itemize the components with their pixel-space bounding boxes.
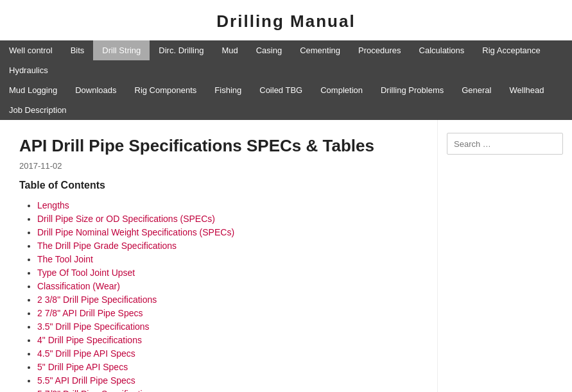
list-item: Type Of Tool Joint Upset [37, 268, 418, 278]
toc-link[interactable]: 2 3/8" Drill Pipe Specifications [37, 294, 157, 305]
nav-item-wellhead[interactable]: Wellhead [500, 80, 553, 100]
list-item: 4" Drill Pipe Specifications [37, 335, 418, 345]
nav-item-general[interactable]: General [453, 80, 500, 100]
nav-item-mud-logging[interactable]: Mud Logging [0, 80, 66, 100]
nav-item-calculations[interactable]: Calculations [410, 40, 474, 60]
sidebar: 🔍 [437, 120, 572, 392]
nav-item-coiled-tbg[interactable]: Coiled TBG [250, 80, 311, 100]
toc-link[interactable]: Lengths [37, 200, 69, 210]
list-item: The Drill Pipe Grade Specifications [37, 241, 418, 251]
list-item: Drill Pipe Nominal Weight Specifications… [37, 227, 418, 237]
toc-link[interactable]: 4.5" Drill Pipe API Specs [37, 348, 135, 359]
primary-nav: Well controlBitsDrill StringDirc. Drilli… [0, 40, 572, 80]
nav-item-rig-components[interactable]: Rig Components [126, 80, 206, 100]
list-item: 2 3/8" Drill Pipe Specifications [37, 294, 418, 305]
nav-item-downloads[interactable]: Downloads [66, 80, 125, 100]
list-item: Classification (Wear) [37, 281, 418, 291]
toc-link[interactable]: 2 7/8" API Drill Pipe Specs [37, 308, 143, 318]
nav-item-hydraulics[interactable]: Hydraulics [0, 60, 57, 80]
toc-link[interactable]: The Tool Joint [37, 254, 93, 264]
list-item: 5" Drill Pipe API Specs [37, 362, 418, 372]
post-date: 2017-11-02 [19, 161, 418, 171]
toc-link[interactable]: 5 7/8" Drill Pipe Specifications [37, 389, 157, 392]
nav-item-drill-string[interactable]: Drill String [93, 40, 150, 60]
list-item: 5.5" API Drill Pipe Specs [37, 375, 418, 386]
toc-link[interactable]: Classification (Wear) [37, 281, 120, 291]
toc-heading: Table of Contents [19, 180, 418, 191]
main-content: API Drill Pipe Specifications SPECs & Ta… [0, 120, 437, 392]
list-item: Lengths [37, 200, 418, 210]
toc-link[interactable]: Drill Pipe Nominal Weight Specifications… [37, 227, 234, 237]
nav-item-mud[interactable]: Mud [212, 40, 247, 60]
toc-link[interactable]: 5.5" API Drill Pipe Specs [37, 375, 135, 386]
list-item: 5 7/8" Drill Pipe Specifications [37, 389, 418, 392]
toc-link[interactable]: 4" Drill Pipe Specifications [37, 335, 142, 345]
search-input[interactable] [447, 135, 563, 153]
list-item: The Tool Joint [37, 254, 418, 264]
nav-item-cementing[interactable]: Cementing [291, 40, 349, 60]
nav-item-completion[interactable]: Completion [311, 80, 372, 100]
toc-link[interactable]: The Drill Pipe Grade Specifications [37, 241, 177, 251]
list-item: 2 7/8" API Drill Pipe Specs [37, 308, 418, 318]
nav-item-casing[interactable]: Casing [247, 40, 291, 60]
list-item: 3.5" Drill Pipe Specifications [37, 321, 418, 332]
nav-item-dirc.-drilling[interactable]: Dirc. Drilling [150, 40, 212, 60]
nav-item-well-control[interactable]: Well control [0, 40, 62, 60]
nav-item-job-description[interactable]: Job Description [0, 100, 76, 120]
toc-link[interactable]: 5" Drill Pipe API Specs [37, 362, 128, 372]
toc-link[interactable]: Drill Pipe Size or OD Specifications (SP… [37, 214, 215, 224]
toc-list: LengthsDrill Pipe Size or OD Specificati… [19, 200, 418, 392]
toc-link[interactable]: 3.5" Drill Pipe Specifications [37, 321, 150, 332]
nav-item-drilling-problems[interactable]: Drilling Problems [372, 80, 453, 100]
nav-item-bits[interactable]: Bits [62, 40, 94, 60]
search-box: 🔍 [447, 133, 563, 155]
list-item: 4.5" Drill Pipe API Specs [37, 348, 418, 359]
page-title: API Drill Pipe Specifications SPECs & Ta… [19, 135, 418, 157]
nav-item-rig-acceptance[interactable]: Rig Acceptance [473, 40, 549, 60]
nav-item-procedures[interactable]: Procedures [349, 40, 410, 60]
nav-item-fishing[interactable]: Fishing [205, 80, 250, 100]
site-title: Drilling Manual [0, 0, 572, 40]
list-item: Drill Pipe Size or OD Specifications (SP… [37, 214, 418, 224]
toc-link[interactable]: Type Of Tool Joint Upset [37, 268, 135, 278]
secondary-nav: Mud LoggingDownloadsRig ComponentsFishin… [0, 80, 572, 120]
